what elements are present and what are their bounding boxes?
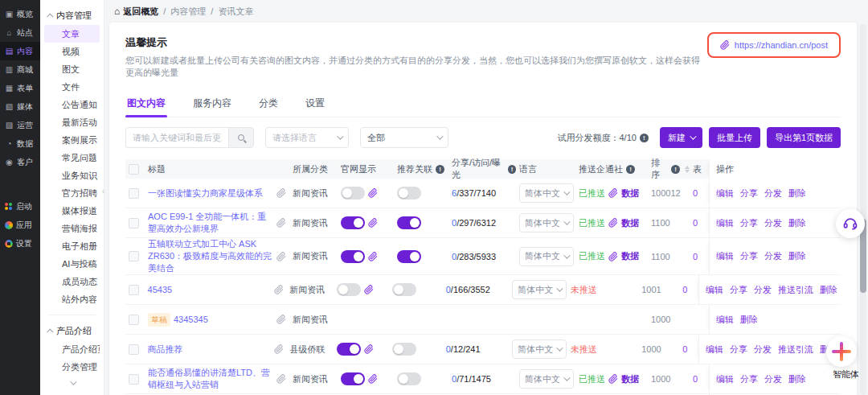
ai-agent-button[interactable] xyxy=(826,336,857,367)
action-link[interactable]: 编辑 xyxy=(716,314,734,326)
action-link[interactable]: 编辑 xyxy=(716,250,734,262)
sidebar-item-站外内容[interactable]: 站外内容 xyxy=(44,290,100,308)
sidebar-item-customer[interactable]: ◉客户 xyxy=(0,153,40,171)
article-title-link[interactable]: 商品推荐 xyxy=(148,344,183,354)
link-icon[interactable] xyxy=(276,374,286,384)
action-link[interactable]: 分发 xyxy=(754,284,772,296)
action-link[interactable]: 分享 xyxy=(740,250,758,262)
bulk-upload-button[interactable]: 批量上传 xyxy=(709,127,760,148)
export-button[interactable]: 导出第1页数据 xyxy=(767,127,841,148)
form-count-link[interactable]: 0 xyxy=(693,218,698,228)
post-url-link[interactable]: https://zhandian.cn/post xyxy=(735,40,828,50)
action-link[interactable]: 分享 xyxy=(730,284,747,296)
sidebar-item-site[interactable]: ⌂站点 xyxy=(0,23,40,42)
action-link[interactable]: 删除 xyxy=(740,314,758,326)
row-checkbox[interactable] xyxy=(129,285,139,295)
action-link[interactable]: 编辑 xyxy=(716,217,734,229)
row-checkbox[interactable] xyxy=(129,218,139,228)
article-title-link[interactable]: 一张图读懂实力商家星级体系 xyxy=(148,188,263,198)
row-language-select[interactable]: 简体中文 xyxy=(512,339,567,359)
link-icon[interactable] xyxy=(608,374,618,384)
form-count-link[interactable]: 0 xyxy=(693,252,698,261)
recommend-toggle[interactable] xyxy=(397,372,421,385)
tab-article-content[interactable]: 图文内容 xyxy=(125,92,167,117)
sidebar-item-content[interactable]: ▤内容 xyxy=(0,42,40,60)
row-checkbox[interactable] xyxy=(129,344,139,355)
recommend-toggle[interactable] xyxy=(397,216,421,229)
new-button[interactable]: 新建 xyxy=(660,127,702,148)
action-link[interactable]: 分发 xyxy=(764,373,782,385)
action-link[interactable]: 删除 xyxy=(820,284,837,296)
sidebar-group-title[interactable]: 产品介绍 xyxy=(40,322,104,340)
link-icon[interactable] xyxy=(276,218,286,228)
site-visible-toggle[interactable] xyxy=(337,283,361,296)
action-link[interactable]: 删除 xyxy=(788,217,806,229)
site-visible-toggle[interactable] xyxy=(341,187,365,200)
sidebar-item-文章[interactable]: 文章 xyxy=(44,25,100,43)
action-link[interactable]: 删除 xyxy=(788,187,806,200)
sidebar-item-apps[interactable]: 应用 xyxy=(0,216,40,234)
sidebar-item-最新活动[interactable]: 最新活动 xyxy=(44,113,100,131)
row-checkbox[interactable] xyxy=(129,315,139,325)
sidebar-item-operation[interactable]: ▨运营 xyxy=(0,116,40,134)
action-link[interactable]: 删除 xyxy=(788,250,806,262)
action-link[interactable]: 编辑 xyxy=(706,284,723,296)
action-link[interactable]: 分享 xyxy=(740,373,758,385)
action-link[interactable]: 推送引流 xyxy=(778,284,813,296)
action-link[interactable]: 删除 xyxy=(788,373,806,385)
sidebar-item-分类管理[interactable]: 分类管理 xyxy=(44,358,100,376)
action-link[interactable]: 分享 xyxy=(740,217,758,229)
recommend-toggle[interactable] xyxy=(392,343,416,356)
push-data-link[interactable]: 数据 xyxy=(621,187,639,200)
row-checkbox[interactable] xyxy=(129,188,139,199)
tab-service-content[interactable]: 服务内容 xyxy=(191,92,233,117)
form-count-link[interactable]: 0 xyxy=(682,344,687,354)
sidebar-group-title[interactable]: 内容管理 xyxy=(40,6,104,25)
sidebar-item-launch[interactable]: 启动 xyxy=(0,197,40,216)
sidebar-item-图文[interactable]: 图文 xyxy=(44,60,100,78)
action-link[interactable]: 编辑 xyxy=(716,373,734,385)
sidebar-item-media[interactable]: ▧媒体 xyxy=(0,97,40,116)
row-language-select[interactable]: 简体中文 xyxy=(519,213,574,232)
push-data-link[interactable]: 数据 xyxy=(621,217,639,229)
recommend-toggle[interactable] xyxy=(397,250,421,263)
action-link[interactable]: 编辑 xyxy=(716,187,734,200)
push-data-link[interactable]: 数据 xyxy=(621,250,639,262)
action-link[interactable]: 编辑 xyxy=(706,344,723,356)
form-count-link[interactable]: 0 xyxy=(693,374,698,384)
link-icon[interactable] xyxy=(608,218,618,228)
link-icon[interactable] xyxy=(274,344,284,354)
link-icon[interactable] xyxy=(364,344,374,354)
link-icon[interactable] xyxy=(276,252,286,261)
category-filter-select[interactable]: 全部 xyxy=(360,127,448,148)
sidebar-item-dashboard[interactable]: ▣概览 xyxy=(0,5,40,23)
sidebar-item-案例展示[interactable]: 案例展示 xyxy=(44,131,100,149)
action-link[interactable]: 推送引流 xyxy=(778,344,813,356)
article-title-link[interactable]: 4345345 xyxy=(174,315,208,324)
recommend-toggle[interactable] xyxy=(392,283,416,296)
sidebar-item-mall[interactable]: ▥商城 xyxy=(0,60,40,79)
sidebar-item-视频[interactable]: 视频 xyxy=(44,43,100,60)
site-visible-toggle[interactable] xyxy=(341,372,365,385)
breadcrumb-item-content[interactable]: 内容管理 xyxy=(170,6,206,18)
sidebar-item-data[interactable]: ◔数据 xyxy=(0,134,40,153)
tab-settings[interactable]: 设置 xyxy=(304,92,326,117)
sidebar-item-公告通知[interactable]: 公告通知 xyxy=(44,96,100,113)
action-link[interactable]: 分发 xyxy=(764,217,782,229)
sidebar-item-form[interactable]: ▦表单 xyxy=(0,79,40,97)
scrollbar-track[interactable] xyxy=(860,24,866,395)
row-checkbox[interactable] xyxy=(129,251,139,261)
form-count-link[interactable]: 0 xyxy=(693,188,698,198)
link-icon[interactable] xyxy=(608,252,618,261)
sidebar-item-媒体报道[interactable]: 媒体报道 xyxy=(44,202,100,220)
sidebar-item-文件[interactable]: 文件 xyxy=(44,78,100,96)
article-title-link[interactable]: 五轴联动立式加工中心 ASK ZR630：极致精度与高效能的完美结合 xyxy=(148,239,272,273)
action-link[interactable]: 分发 xyxy=(764,250,782,262)
link-icon[interactable] xyxy=(274,285,284,294)
link-icon[interactable] xyxy=(368,188,378,198)
language-filter-select[interactable]: 请选择语言 xyxy=(265,127,349,148)
link-icon[interactable] xyxy=(364,285,374,294)
search-button[interactable] xyxy=(228,127,254,148)
sidebar-item-营销海报[interactable]: 营销海报 xyxy=(44,220,100,237)
site-visible-toggle[interactable] xyxy=(341,250,365,263)
